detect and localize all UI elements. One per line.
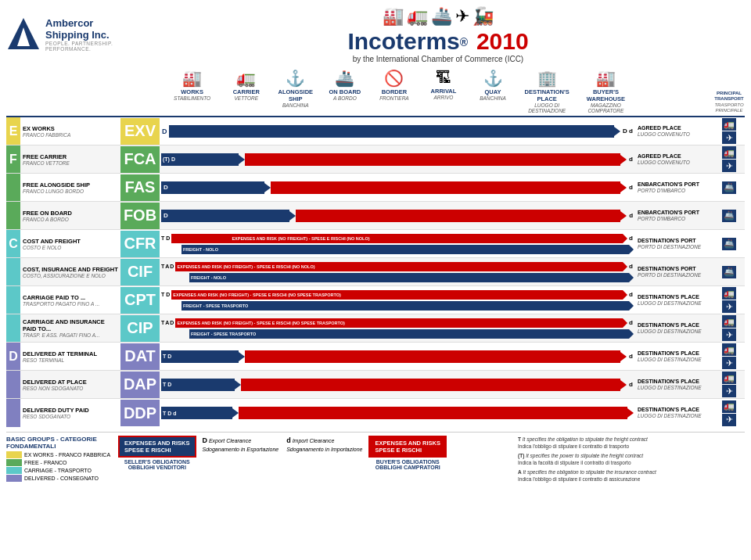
row-dat-dest: DESTINATION'S PLACE LUOGO DI DESTINAZION… — [635, 348, 713, 365]
row-exw-viz: D D d — [161, 118, 635, 145]
marker-d-dap: d — [629, 381, 633, 388]
row-dap-name-en: DELIVERED AT PLACE — [23, 379, 119, 386]
row-cif-code: CIF — [120, 259, 160, 285]
row-dap-dest-en: DESTINATION'S PLACE — [638, 378, 711, 385]
col-border-it: FRONTIERA — [370, 95, 418, 101]
buyer-obligations-label: BUYER'S OBLIGATIONSOBBLIGHI CAMPRATORI — [368, 459, 447, 470]
row-cip-names: CARRIAGE AND INSURANCE PAID TO... TRASP.… — [20, 317, 120, 339]
marker-D-legend: D — [203, 436, 208, 444]
row-ddp-dest-it: LUOGO DI DESTINAZIONE — [638, 413, 711, 419]
row-fob-icons: 🚢 — [713, 209, 745, 223]
marker-T-cif: T — [161, 264, 164, 269]
row-dat-code: DAT — [120, 343, 160, 370]
transport-icon-factory: 🏭 — [383, 6, 404, 27]
row-cif-dest-it: PORTO DI DESTINAZIONE — [638, 272, 711, 278]
icon-plane-exw: ✈ — [722, 131, 736, 144]
marker-A-cip: A — [165, 320, 169, 325]
arrow-cpt-bot — [629, 301, 634, 311]
col-destplace: 🏢 DESTINATION'S PLACE LUOGO DI DESTINAZI… — [518, 68, 577, 113]
transport-icon-plane: ✈ — [455, 6, 469, 27]
group-d-label-dat: D — [6, 343, 20, 370]
icon-plane-cpt: ✈ — [722, 300, 736, 313]
marker-d-cfr: d — [629, 235, 633, 242]
row-ddp: DELIVERED DUTY PAID RESO SDOGANATO DDP T… — [6, 399, 745, 427]
swatch-e — [6, 451, 22, 458]
marker-D-cpt: D — [166, 292, 170, 297]
legend-notes: T It specifies the obligation to stipula… — [518, 436, 745, 486]
company-name: Ambercor Shipping Inc. — [45, 17, 131, 41]
row-fas-viz: D d — [161, 174, 635, 201]
arrow-fca-l — [239, 155, 245, 164]
row-fas-icons: 🚢 — [713, 181, 745, 195]
marker-d-cip: d — [629, 319, 633, 326]
row-cip-icons: 🚛 ✈ — [713, 314, 745, 342]
row-cpt-dest: DESTINATION'S PLACE LUOGO DI DESTINAZION… — [635, 292, 713, 309]
note-A-text: It specifies the obligation to stipulate… — [518, 469, 656, 482]
row-ddp-name-it: RESO SDOGANATO — [23, 414, 119, 419]
arrow-fca-r — [620, 155, 627, 164]
row-fca-dest: AGREED PLACE LUOGO CONVENUTO — [635, 151, 713, 168]
icon-truck-exw: 🚛 — [722, 118, 736, 131]
legend-item-e: EX WORKS - FRANCO FABBRICA — [6, 451, 112, 458]
row-cif-viz: T A D EXPENSES AND RISK (NO FREIGHT) - S… — [161, 259, 635, 285]
arrow-exw — [614, 127, 620, 136]
col-border-en: BORDER — [370, 88, 418, 95]
bar-blue-fca: (T) D — [161, 153, 239, 166]
row-exw-name-it: FRANCO FABBRICA — [23, 132, 119, 138]
col-quay: ⚓ QUAY BANCHINA — [468, 68, 517, 113]
legend-label-c: CARRIAGE - TRASPORTO — [24, 468, 92, 473]
group-f-label-fas — [6, 174, 20, 201]
row-cfr-viz: T D EXPENSES AND RISK (NO FREIGHT) - SPE… — [161, 231, 635, 257]
row-fob-viz: D d — [161, 203, 635, 229]
group-e-label: E — [6, 117, 20, 145]
row-cfr-dest-en: DESTINATION'S PORT — [638, 237, 711, 244]
row-cif-dest-en: DESTINATION'S PORT — [638, 265, 711, 272]
arrow-ddp-l — [232, 408, 239, 418]
icon-truck-dap: 🚛 — [722, 372, 736, 384]
row-fca-names: FREE CARRIER FRANCO VETTORE — [20, 152, 120, 167]
incoterms-header: 🏭 🚛 🚢 ✈ 🚂 Incoterms® 2010 by the Interna… — [131, 6, 745, 63]
row-cpt-code: CPT — [120, 287, 160, 314]
row-fob-names: FREE ON BOARD FRANCO A BORDO — [20, 208, 120, 224]
bar-red-ddp — [239, 407, 627, 419]
arrow-dat-l — [239, 352, 245, 361]
col-arrival-icon: 🏗 — [419, 69, 467, 87]
col-works-it: STABILIMENTO — [163, 95, 221, 101]
row-exw-dest-en: AGREED PLACE — [638, 124, 711, 131]
col-carrier: 🚛 CARRIER VETTORE — [221, 68, 271, 113]
marker-D-cip: D — [170, 320, 174, 325]
incoterms-year: 2010 — [476, 28, 529, 54]
col-carrier-icon: 🚛 — [222, 69, 270, 88]
row-cif-name-en: COST, INSURANCE AND FREIGHT — [23, 266, 119, 273]
row-dat-dest-en: DESTINATION'S PLACE — [638, 350, 711, 357]
transport-icon-truck: 🚛 — [407, 6, 428, 27]
seller-obligations-label: SELLER'S OBLIGATIONSOBBLIGHI VENDITORI — [118, 459, 196, 470]
bar-red-fob — [296, 210, 620, 222]
bar-blue-ddp: T D d — [161, 407, 232, 419]
row-cfr-name-it: COSTO E NOLO — [23, 245, 119, 250]
marker-d-cif: d — [629, 263, 633, 270]
icon-truck-cip: 🚛 — [722, 315, 736, 328]
arrow-cif-bot — [629, 273, 634, 282]
marker-d-fob: d — [629, 212, 633, 219]
legend-groups-title: BASIC GROUPS - CATEGORIE FONDAMENTALI — [6, 436, 112, 450]
bar-red-dat — [245, 350, 620, 363]
row-ddp-code: DDP — [120, 400, 160, 426]
seller-expenses-box: EXPENSES AND RISKSSPESE E RISCHI SELLER'… — [118, 436, 196, 486]
bar-red-text-cfr: EXPENSES AND RISK (NO FREIGHT) - SPESE E… — [230, 234, 623, 243]
col-warehouse-en: BUYER'S WAREHOUSE — [577, 88, 634, 102]
col-onboard: 🚢 ON BOARD A BORDO — [320, 68, 369, 113]
note-T-text: It specifies the obligation to stipulate… — [518, 436, 648, 449]
row-ddp-name-en: DELIVERED DUTY PAID — [23, 407, 119, 414]
note-T: T It specifies the obligation to stipula… — [518, 436, 745, 450]
row-fca-viz: (T) D d — [161, 146, 635, 173]
row-fas-names: FREE ALONGSIDE SHIP FRANCO LUNGO BORDO — [20, 180, 120, 196]
row-cip-dest-en: DESTINATION'S PLACE — [638, 321, 711, 328]
icon-plane-fca: ✈ — [722, 160, 736, 172]
icon-ship-cfr: 🚢 — [722, 238, 736, 250]
marker-d-cpt: d — [629, 291, 633, 298]
marker-D-text: Export ClearanceSdoganamento in Esportaz… — [203, 438, 279, 452]
row-cpt: CARRIAGE PAID TO ... TRASPORTO PAGATO FI… — [6, 286, 745, 314]
row-cpt-name-it: TRASPORTO PAGATO FINO A ... — [23, 301, 119, 307]
row-cip: CARRIAGE AND INSURANCE PAID TO... TRASP.… — [6, 314, 745, 343]
